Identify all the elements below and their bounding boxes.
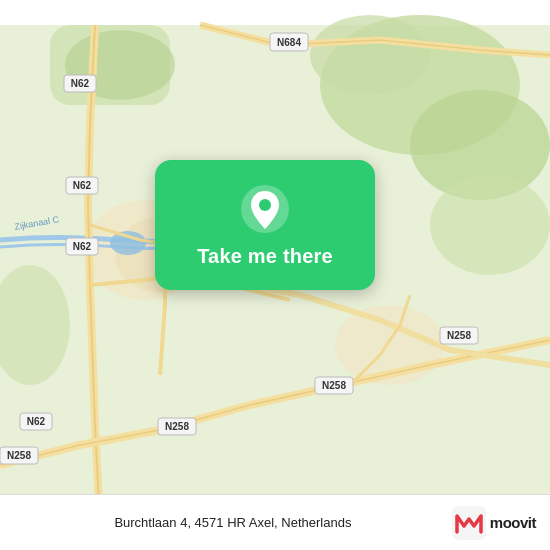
svg-text:N62: N62 (73, 180, 92, 191)
moovit-icon (452, 506, 486, 540)
svg-text:N62: N62 (73, 241, 92, 252)
svg-text:N62: N62 (71, 78, 90, 89)
svg-point-3 (310, 15, 430, 95)
svg-text:N258: N258 (322, 380, 346, 391)
svg-text:N62: N62 (27, 416, 46, 427)
svg-text:N258: N258 (447, 330, 471, 341)
map-pin-icon (239, 183, 291, 235)
moovit-logo: moovit (452, 506, 536, 540)
svg-text:N258: N258 (7, 450, 31, 461)
svg-point-33 (259, 199, 271, 211)
svg-point-11 (110, 231, 146, 255)
bottom-bar: Burchtlaan 4, 4571 HR Axel, Netherlands … (0, 494, 550, 550)
svg-point-6 (430, 175, 550, 275)
address-text: Burchtlaan 4, 4571 HR Axel, Netherlands (14, 515, 452, 530)
svg-text:N258: N258 (165, 421, 189, 432)
cta-label: Take me there (197, 245, 333, 268)
moovit-brand-text: moovit (490, 514, 536, 531)
take-me-there-button[interactable]: Take me there (155, 160, 375, 290)
svg-text:N684: N684 (277, 37, 301, 48)
map-container: N684 N62 N62 N62 N62 N258 N258 N258 N258… (0, 0, 550, 550)
